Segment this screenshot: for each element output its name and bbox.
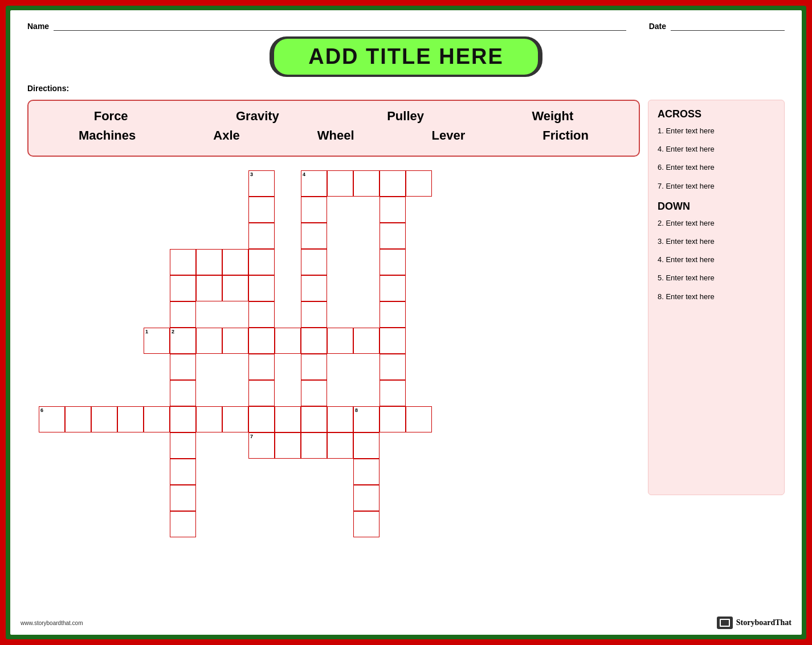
crossword-cell[interactable]: [170, 406, 196, 432]
crossword-cell[interactable]: [170, 249, 196, 275]
crossword-cell[interactable]: [170, 459, 196, 485]
crossword-cell[interactable]: [91, 406, 117, 432]
crossword-cell[interactable]: [380, 301, 406, 328]
crossword-cell[interactable]: [170, 432, 196, 459]
down-clue-3: 3. Enter text here: [658, 236, 775, 247]
crossword-cell[interactable]: [301, 223, 327, 249]
crossword-cell[interactable]: [353, 485, 380, 511]
crossword-cell[interactable]: [248, 328, 275, 354]
crossword-cell[interactable]: [301, 301, 327, 328]
crossword-cell[interactable]: [222, 249, 248, 275]
crossword-cell[interactable]: [301, 328, 327, 354]
down-clue-2: 2. Enter text here: [658, 218, 775, 228]
crossword-cell[interactable]: [380, 249, 406, 275]
crossword-cell[interactable]: [301, 406, 327, 432]
word-weight: Weight: [532, 109, 573, 124]
logo-icon: [717, 617, 733, 629]
crossword-cell[interactable]: [144, 406, 170, 432]
crossword-cell[interactable]: [327, 406, 353, 432]
across-clue-6: 6. Enter text here: [658, 162, 775, 173]
date-label: Date: [649, 22, 666, 31]
crossword-cell[interactable]: [353, 328, 380, 354]
crossword-cell[interactable]: [301, 275, 327, 301]
crossword-cell[interactable]: 8: [353, 406, 380, 432]
word-force: Force: [94, 109, 128, 124]
crossword-cell[interactable]: [248, 380, 275, 406]
crossword-cell[interactable]: [248, 197, 275, 223]
crossword-cell[interactable]: [301, 249, 327, 275]
crossword-cell[interactable]: [380, 328, 406, 354]
crossword-cell[interactable]: [170, 380, 196, 406]
date-line: [671, 22, 785, 31]
down-clue-4: 4. Enter text here: [658, 255, 775, 265]
crossword-cell[interactable]: [170, 301, 196, 328]
crossword-cell[interactable]: [248, 354, 275, 380]
crossword-cell[interactable]: [65, 406, 91, 432]
outer-border: Name Date ADD TITLE HERE Directions: For…: [6, 6, 806, 639]
crossword-cell[interactable]: [196, 406, 222, 432]
crossword-cell[interactable]: [353, 459, 380, 485]
word-bank-row-1: Force Gravity Pulley Weight: [40, 109, 627, 124]
across-clue-1: 1. Enter text here: [658, 126, 775, 136]
crossword-cell[interactable]: [301, 354, 327, 380]
crossword-cell[interactable]: 2: [170, 328, 196, 354]
title-text[interactable]: ADD TITLE HERE: [274, 39, 538, 75]
crossword-grid: 3412678: [27, 165, 512, 495]
crossword-cell[interactable]: [248, 275, 275, 301]
crossword-cell[interactable]: [380, 380, 406, 406]
crossword-cell[interactable]: [327, 170, 353, 197]
crossword-cell[interactable]: [222, 406, 248, 432]
crossword-cell[interactable]: [353, 432, 380, 459]
crossword-cell[interactable]: [406, 406, 432, 432]
logo-text: StoryboardThat: [736, 618, 791, 627]
crossword-cell[interactable]: [170, 275, 196, 301]
word-pulley: Pulley: [387, 109, 424, 124]
crossword-cell[interactable]: [170, 511, 196, 537]
crossword-cell[interactable]: [196, 275, 222, 301]
crossword-cell[interactable]: [353, 511, 380, 537]
crossword-cell[interactable]: 4: [301, 170, 327, 197]
word-bank: Force Gravity Pulley Weight Machines Axl…: [27, 100, 640, 157]
crossword-cell[interactable]: [380, 354, 406, 380]
across-clue-7: 7. Enter text here: [658, 181, 775, 191]
crossword-cell[interactable]: [380, 223, 406, 249]
crossword-cell[interactable]: [380, 170, 406, 197]
crossword-cell[interactable]: [222, 328, 248, 354]
crossword-cell[interactable]: 3: [248, 170, 275, 197]
word-lever: Lever: [432, 128, 466, 143]
crossword-cell[interactable]: [275, 328, 301, 354]
inner-page: Name Date ADD TITLE HERE Directions: For…: [10, 10, 802, 635]
right-panel: ACROSS 1. Enter text here 4. Enter text …: [648, 100, 785, 495]
crossword-cell[interactable]: [196, 249, 222, 275]
crossword-cell[interactable]: [275, 406, 301, 432]
crossword-cell[interactable]: 7: [248, 432, 275, 459]
crossword-cell[interactable]: [222, 275, 248, 301]
word-wheel: Wheel: [317, 128, 354, 143]
crossword-cell[interactable]: [301, 432, 327, 459]
footer-logo: StoryboardThat: [717, 617, 791, 629]
crossword-cell[interactable]: [248, 301, 275, 328]
crossword-cell[interactable]: [301, 197, 327, 223]
crossword-cell[interactable]: [275, 432, 301, 459]
crossword-cell[interactable]: [248, 249, 275, 275]
crossword-cell[interactable]: [353, 170, 380, 197]
crossword-cell[interactable]: 1: [144, 328, 170, 354]
crossword-cell[interactable]: [327, 432, 353, 459]
crossword-cell[interactable]: 6: [39, 406, 65, 432]
crossword-cell[interactable]: [380, 197, 406, 223]
across-title: ACROSS: [658, 108, 775, 120]
crossword-cell[interactable]: [380, 406, 406, 432]
crossword-cell[interactable]: [170, 485, 196, 511]
crossword-cell[interactable]: [301, 380, 327, 406]
crossword-cell[interactable]: [170, 354, 196, 380]
crossword-cell[interactable]: [327, 328, 353, 354]
crossword-cell[interactable]: [406, 170, 432, 197]
crossword-cell[interactable]: [248, 223, 275, 249]
word-axle: Axle: [213, 128, 239, 143]
crossword-cell[interactable]: [380, 275, 406, 301]
crossword-cell[interactable]: [248, 406, 275, 432]
crossword-cell[interactable]: [117, 406, 144, 432]
crossword-cell[interactable]: [196, 328, 222, 354]
word-machines: Machines: [79, 128, 136, 143]
word-friction: Friction: [542, 128, 589, 143]
